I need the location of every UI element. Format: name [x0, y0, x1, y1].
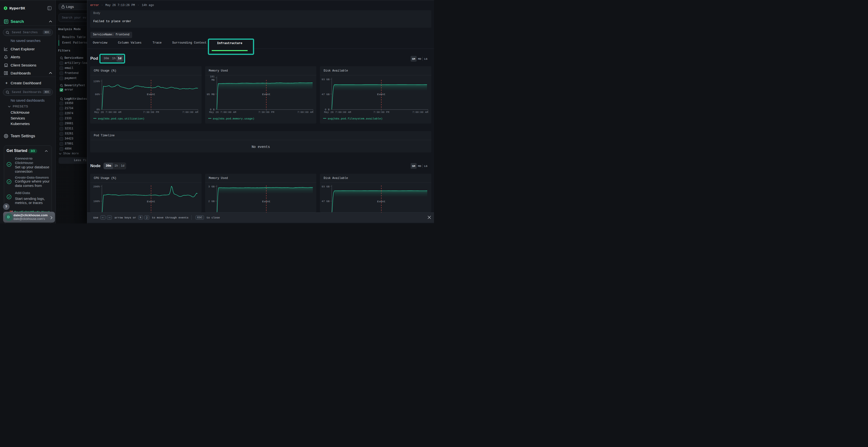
svg-text:Event: Event: [262, 93, 271, 96]
svg-text:0 B: 0 B: [210, 108, 215, 111]
svg-text:47 GB: 47 GB: [322, 200, 330, 203]
svg-text:7:30:00 PM: 7:30:00 PM: [143, 111, 159, 114]
svg-text:191: 191: [210, 75, 215, 78]
svg-text:avg(k8s.pod.filesystem.availab: avg(k8s.pod.filesystem.available): [328, 117, 383, 120]
svg-text:0%: 0%: [96, 108, 100, 111]
svg-text:60%: 60%: [95, 93, 100, 96]
svg-text:Event: Event: [377, 93, 385, 96]
svg-text:avg(k8s.pod.cpu.utilization): avg(k8s.pod.cpu.utilization): [98, 117, 145, 120]
svg-text:3 GB: 3 GB: [208, 185, 215, 188]
svg-text:May 26 7:00:00 AM: May 26 7:00:00 AM: [209, 111, 236, 114]
svg-text:Event: Event: [147, 200, 155, 203]
svg-text:avg(k8s.pod.memory.usage): avg(k8s.pod.memory.usage): [213, 117, 255, 120]
svg-text:47 GB: 47 GB: [322, 93, 330, 96]
svg-text:7:00:00 AM: 7:00:00 AM: [412, 111, 428, 114]
svg-text:93 GB: 93 GB: [322, 185, 330, 188]
svg-text:100%: 100%: [93, 200, 100, 203]
svg-text:93 GB: 93 GB: [322, 78, 330, 81]
svg-text:7:30:00 PM: 7:30:00 PM: [258, 111, 274, 114]
svg-text:May 26 7:00:00 AM: May 26 7:00:00 AM: [94, 111, 121, 114]
svg-text:95 MB: 95 MB: [207, 93, 215, 96]
svg-text:Event: Event: [377, 200, 385, 203]
svg-text:May 26 7:00:00 AM: May 26 7:00:00 AM: [324, 111, 351, 114]
svg-text:200%: 200%: [93, 185, 100, 188]
svg-text:0 B: 0 B: [325, 108, 330, 111]
svg-text:MB: MB: [212, 78, 215, 81]
svg-text:120%: 120%: [93, 80, 100, 83]
svg-text:2 GB: 2 GB: [208, 200, 215, 203]
svg-text:Event: Event: [147, 93, 155, 96]
svg-text:7:00:00 AM: 7:00:00 AM: [182, 111, 198, 114]
svg-text:Event: Event: [262, 200, 271, 203]
svg-text:7:30:00 PM: 7:30:00 PM: [373, 111, 389, 114]
svg-text:7:00:00 AM: 7:00:00 AM: [297, 111, 313, 114]
